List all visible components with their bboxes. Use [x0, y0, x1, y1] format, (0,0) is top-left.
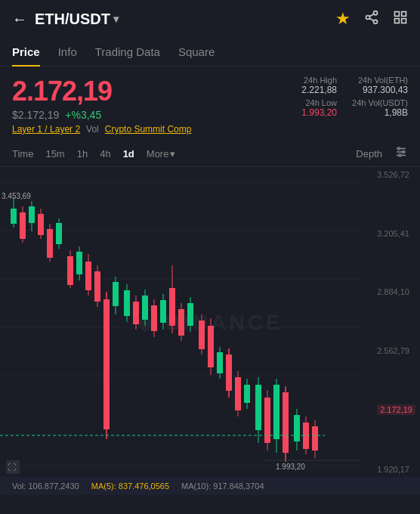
svg-text:3.453,69: 3.453,69	[2, 192, 31, 200]
svg-point-1	[366, 15, 370, 19]
svg-text:1.993,20: 1.993,20	[276, 463, 305, 471]
pct-change: +%3,45	[65, 109, 101, 121]
tab-price[interactable]: Price	[12, 38, 40, 66]
svg-rect-8	[402, 18, 406, 23]
usd-price: $2.172,19 +%3,45	[12, 109, 191, 121]
vol-eth-label: 24h Vol(ETH)	[352, 76, 408, 85]
main-price: 2.172,19	[12, 76, 191, 107]
svg-rect-44	[113, 282, 119, 306]
tab-square[interactable]: Square	[178, 38, 215, 66]
svg-rect-24	[20, 212, 26, 239]
svg-rect-56	[169, 288, 175, 326]
svg-point-14	[399, 154, 401, 156]
chart-settings-icon[interactable]	[394, 145, 408, 162]
vol-usdt-value: 1,98B	[352, 107, 408, 118]
svg-rect-50	[142, 296, 148, 320]
timeframe-1d[interactable]: 1d	[123, 148, 134, 159]
price-label-1: 3.526,72	[377, 170, 415, 179]
svg-rect-28	[38, 214, 44, 235]
header-icons: ★	[335, 9, 408, 29]
back-button[interactable]: ←	[12, 11, 27, 28]
svg-text:⛶: ⛶	[8, 463, 16, 472]
svg-rect-52	[151, 305, 157, 331]
grid-icon[interactable]	[393, 10, 408, 29]
svg-rect-72	[244, 385, 250, 403]
candlestick-chart: 1.993,20 3.453,69 ⛶	[0, 167, 363, 477]
depth-button[interactable]: Depth	[356, 148, 382, 159]
stat-vol-usdt: 24h Vol(USDT) 1,98B	[352, 98, 408, 118]
timeframe-time[interactable]: Time	[12, 148, 33, 159]
svg-rect-66	[217, 352, 223, 373]
price-label-6: 1.920,17	[377, 465, 415, 474]
favorite-icon[interactable]: ★	[335, 9, 351, 29]
timeframe-4h[interactable]: 4h	[100, 148, 110, 159]
svg-rect-68	[226, 355, 232, 391]
svg-rect-34	[67, 256, 73, 285]
svg-rect-76	[264, 398, 270, 443]
svg-point-2	[374, 20, 378, 23]
svg-rect-40	[94, 271, 100, 302]
svg-rect-7	[395, 18, 400, 23]
svg-rect-80	[283, 392, 289, 453]
svg-rect-46	[124, 290, 130, 316]
pair-label: ETH/USDT	[35, 11, 110, 28]
svg-rect-86	[312, 426, 318, 451]
tab-bar: Price Info Trading Data Square	[0, 38, 420, 67]
vol-bar-label: Vol: 106.877,2430	[12, 481, 79, 491]
svg-rect-48	[133, 302, 139, 324]
svg-rect-5	[395, 11, 400, 16]
share-icon[interactable]	[364, 10, 379, 29]
tab-trading-data[interactable]: Trading Data	[95, 38, 160, 66]
svg-rect-64	[208, 326, 214, 367]
vol-eth-value: 937.300,43	[352, 85, 408, 95]
svg-rect-58	[178, 309, 184, 336]
svg-rect-22	[11, 209, 17, 224]
timeframe-15m[interactable]: 15m	[45, 148, 64, 159]
price-label-2: 3.205,41	[377, 229, 415, 238]
svg-rect-32	[56, 223, 62, 244]
svg-line-3	[369, 18, 374, 20]
svg-rect-62	[199, 320, 205, 349]
layer-tag[interactable]: Layer 1 / Layer 2	[12, 124, 80, 135]
high-value: 2.221,88	[281, 85, 337, 95]
svg-point-12	[398, 147, 400, 150]
svg-rect-30	[47, 229, 53, 258]
price-labels: 3.526,72 3.205,41 2.884,10 2.562,79 2.17…	[377, 167, 415, 477]
price-left: 2.172,19 $2.172,19 +%3,45 Layer 1 / Laye…	[12, 76, 191, 135]
price-tags: Layer 1 / Layer 2 Vol Crypto Summit Comp	[12, 124, 191, 135]
svg-rect-42	[103, 299, 110, 429]
price-label-3: 2.884,10	[377, 287, 415, 296]
header: ← ETH/USDT ▾ ★	[0, 0, 420, 38]
svg-rect-82	[294, 415, 300, 441]
price-section: 2.172,19 $2.172,19 +%3,45 Layer 1 / Laye…	[0, 67, 420, 141]
summit-tag[interactable]: Crypto Summit Comp	[105, 124, 192, 135]
svg-rect-74	[255, 385, 261, 430]
svg-rect-60	[187, 303, 193, 326]
more-button[interactable]: More ▾	[147, 148, 176, 159]
svg-rect-36	[76, 252, 82, 274]
price-stats: 24h High 2.221,88 24h Vol(ETH) 937.300,4…	[281, 76, 408, 118]
svg-point-13	[403, 151, 405, 153]
chart-area: ◈ BINANCE	[0, 167, 420, 477]
price-label-4: 2.562,79	[377, 346, 415, 355]
chevron-down-icon[interactable]: ▾	[113, 13, 119, 25]
vol-label: Vol	[86, 124, 99, 135]
high-label: 24h High	[281, 76, 337, 85]
chart-toolbar: Time 15m 1h 4h 1d More ▾ Depth	[0, 141, 420, 167]
price-label-5: 2.172,19	[377, 404, 415, 415]
vol-ma5: MA(5): 837.476,0565	[91, 481, 169, 491]
svg-rect-26	[29, 206, 35, 223]
svg-line-4	[369, 14, 374, 16]
svg-rect-38	[85, 262, 91, 290]
vol-usdt-label: 24h Vol(USDT)	[352, 98, 408, 107]
tab-info[interactable]: Info	[58, 38, 77, 66]
svg-rect-78	[273, 385, 279, 439]
low-label: 24h Low	[281, 98, 337, 107]
pair-title: ETH/USDT ▾	[35, 11, 119, 28]
stat-vol-eth: 24h Vol(ETH) 937.300,43	[352, 76, 408, 95]
timeframe-1h[interactable]: 1h	[77, 148, 88, 159]
svg-point-0	[374, 11, 378, 14]
header-left: ← ETH/USDT ▾	[12, 11, 119, 28]
svg-rect-6	[402, 11, 406, 16]
low-value: 1.993,20	[281, 107, 337, 118]
